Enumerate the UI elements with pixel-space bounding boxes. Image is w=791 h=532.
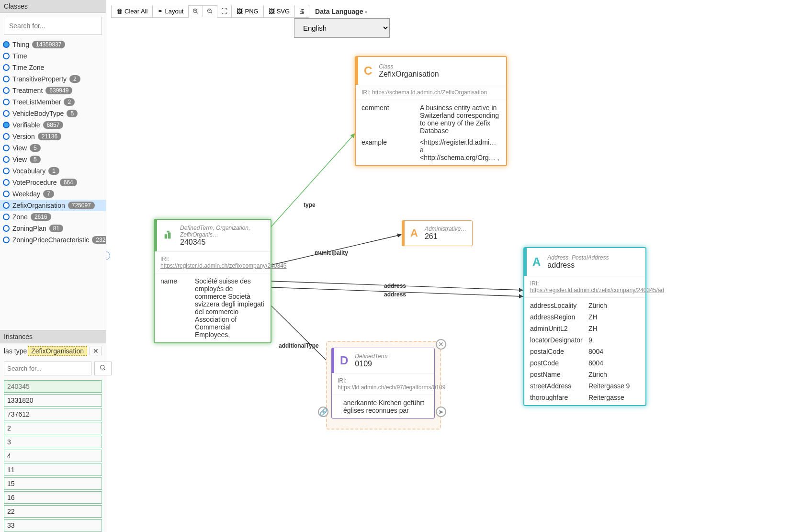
class-item[interactable]: Zone2616 xyxy=(0,211,106,223)
class-label: ZefixOrganisation xyxy=(12,202,65,209)
iri-link[interactable]: https://schema.ld.admin.ch/ZefixOrganisa… xyxy=(372,89,487,96)
iri-link[interactable]: https://register.ld.admin.ch/zefix/compa… xyxy=(160,262,286,269)
classes-list[interactable]: Thing14359837TimeTime ZoneTransitiveProp… xyxy=(0,39,106,330)
node-title: 240345 xyxy=(180,238,265,247)
instance-item[interactable]: 33 xyxy=(4,519,102,532)
instances-list[interactable]: 24034513318207376122341115162233 xyxy=(0,378,106,532)
collapse-sidebar-button[interactable]: ‹ xyxy=(106,251,110,260)
class-bullet-icon xyxy=(3,179,10,186)
class-item[interactable]: Vocabulary1 xyxy=(0,165,106,177)
export-png-button[interactable]: 🖼 PNG xyxy=(231,5,263,18)
class-item[interactable]: Verifiable6857 xyxy=(0,119,106,131)
instance-item[interactable]: 4 xyxy=(4,450,102,462)
instance-item[interactable]: 16 xyxy=(4,491,102,504)
node-types: DefinedTerm xyxy=(355,353,387,360)
class-item[interactable]: Weekday7 xyxy=(0,188,106,200)
classes-search-input[interactable] xyxy=(4,17,102,35)
instance-item[interactable]: 3 xyxy=(4,436,102,448)
class-count-badge: 5 xyxy=(67,110,78,117)
layout-button[interactable]: ⚭ Layout xyxy=(152,5,189,18)
class-bullet-icon xyxy=(3,191,10,197)
class-bullet-icon xyxy=(3,214,10,220)
zoom-in-button[interactable] xyxy=(188,5,203,17)
canvas-area[interactable]: ‹ 🗑 Clear All ⚭ Layout ⛶ 🖼 PNG xyxy=(106,0,791,532)
zoom-out-icon xyxy=(207,8,213,14)
class-count-badge: 14359837 xyxy=(32,41,65,48)
node-title: 261 xyxy=(425,232,466,241)
class-label: Thing xyxy=(12,41,29,48)
class-item[interactable]: ZoningPriceCharacteristic2326 xyxy=(0,234,106,246)
class-count-badge: 81 xyxy=(49,225,63,232)
class-count-badge: 5 xyxy=(30,156,41,163)
instance-item[interactable]: 15 xyxy=(4,477,102,490)
class-count-badge: 7 xyxy=(43,190,54,198)
instance-item[interactable]: 11 xyxy=(4,464,102,476)
node-definedterm-0109[interactable]: D DefinedTerm 0109 IRI: https://ld.admin… xyxy=(331,348,435,419)
class-item[interactable]: Treatment639949 xyxy=(0,85,106,96)
class-item[interactable]: ZoningPlan81 xyxy=(0,223,106,234)
link-icon[interactable]: 🔗 xyxy=(318,407,328,417)
class-bullet-icon xyxy=(3,237,10,243)
class-label: Treatment xyxy=(12,87,43,94)
class-label: Verifiable xyxy=(12,121,40,129)
definedterm-glyph: D xyxy=(340,354,348,367)
class-count-badge: 2616 xyxy=(31,213,51,221)
node-address[interactable]: A Address, PostalAddress address IRI: ht… xyxy=(524,248,646,406)
navigate-icon[interactable]: ➤ xyxy=(436,407,446,417)
export-svg-button[interactable]: 🖼 SVG xyxy=(263,5,295,18)
filter-class-chip[interactable]: ZefixOrganisation xyxy=(28,346,87,356)
node-municipality-261[interactable]: A Administrative… 261 xyxy=(402,220,473,246)
iri-label: IRI: xyxy=(362,89,371,96)
class-item[interactable]: Time xyxy=(0,50,106,62)
graph-icon: ⚭ xyxy=(158,8,163,15)
instances-search-input[interactable] xyxy=(4,362,91,375)
iri-link[interactable]: https://ld.admin.ch/ech/97/legalforms/01… xyxy=(338,384,445,391)
class-item[interactable]: TransitiveProperty2 xyxy=(0,73,106,85)
zoom-in-icon xyxy=(192,8,199,14)
classes-header: Classes xyxy=(0,0,106,13)
instance-item[interactable]: 737612 xyxy=(4,408,102,420)
node-title: 0109 xyxy=(355,360,387,368)
class-count-badge: 21136 xyxy=(38,133,61,140)
print-icon: 🖨 xyxy=(299,8,305,15)
class-item[interactable]: View5 xyxy=(0,142,106,154)
close-node-button[interactable]: ✕ xyxy=(436,339,446,350)
class-item[interactable]: VehicleBodyType5 xyxy=(0,108,106,119)
node-entity-240345[interactable]: DefinedTerm, Organization, ZefixOrganis…… xyxy=(154,219,271,343)
instance-item[interactable]: 2 xyxy=(4,422,102,434)
class-count-badge: 2 xyxy=(69,75,80,83)
clear-all-button[interactable]: 🗑 Clear All xyxy=(111,5,153,18)
zoom-out-button[interactable] xyxy=(203,5,217,17)
fit-screen-button[interactable]: ⛶ xyxy=(217,5,232,18)
instance-item[interactable]: 22 xyxy=(4,505,102,518)
instance-item[interactable]: 1331820 xyxy=(4,394,102,407)
svg-rect-21 xyxy=(167,230,170,232)
instance-item[interactable]: 240345 xyxy=(4,380,102,393)
class-label: View xyxy=(12,144,27,152)
filter-prefix: las type xyxy=(4,347,27,355)
class-item[interactable]: VoteProcedure664 xyxy=(0,177,106,188)
class-bullet-icon xyxy=(3,110,10,117)
class-item[interactable]: Time Zone xyxy=(0,62,106,73)
instances-filter: las type ZefixOrganisation ✕ xyxy=(0,343,106,359)
class-count-badge: 2326 xyxy=(92,236,106,244)
svg-text:type: type xyxy=(304,202,316,208)
svg-text:additionalType: additionalType xyxy=(279,342,319,349)
class-item[interactable]: View5 xyxy=(0,154,106,165)
class-item[interactable]: TreeListMember2 xyxy=(0,96,106,108)
svg-text:address: address xyxy=(384,283,406,289)
node-class-zefixorganisation[interactable]: C Class ZefixOrganisation IRI: https://s… xyxy=(355,57,507,166)
print-button[interactable]: 🖨 xyxy=(294,5,309,18)
svg-line-1 xyxy=(104,369,105,370)
data-language-select[interactable]: English xyxy=(294,18,390,38)
class-bullet-icon xyxy=(3,53,10,59)
class-item[interactable]: ZefixOrganisation725097 xyxy=(0,200,106,211)
class-item[interactable]: Thing14359837 xyxy=(0,39,106,50)
instances-header: Instances xyxy=(0,330,106,343)
class-bullet-icon xyxy=(3,156,10,163)
remove-filter-button[interactable]: ✕ xyxy=(90,347,102,355)
data-language-label: Data Language - xyxy=(315,8,367,15)
class-bullet-icon xyxy=(3,202,10,209)
class-item[interactable]: Version21136 xyxy=(0,131,106,142)
iri-link[interactable]: https://register.ld.admin.ch/zefix/compa… xyxy=(530,287,664,294)
